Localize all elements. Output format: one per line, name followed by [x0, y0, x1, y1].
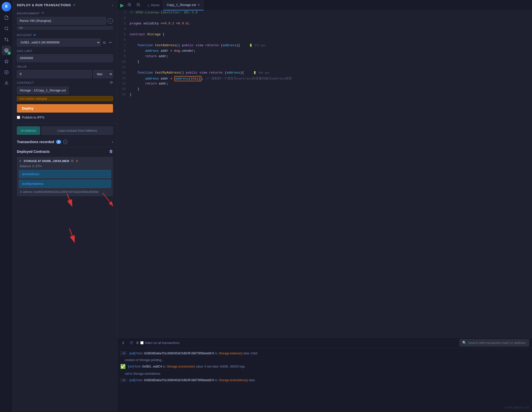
copy-account-btn[interactable]: ⧉ [102, 40, 107, 46]
svg-point-2 [7, 40, 8, 41]
svg-line-8 [130, 5, 131, 6]
refresh-contract-btn[interactable]: ⟳ [110, 80, 113, 85]
value-section-label: VALUE [13, 63, 117, 69]
console-search-input[interactable] [468, 341, 526, 345]
instance-chevron-icon[interactable]: ▼ [19, 160, 22, 163]
plugin-icon[interactable] [2, 57, 11, 66]
value-row: Wei [13, 69, 117, 79]
svg-point-0 [5, 27, 8, 30]
git-icon[interactable] [2, 35, 11, 44]
log-content: [call] from: 0x5B38Da6a701c568545dCfcB03… [129, 351, 257, 356]
contract-instance-header: ▼ STORAGE AT 0XD8B...33FA8 (MEM ⧉ ✕ [19, 159, 111, 163]
unit-select[interactable]: Wei [93, 70, 113, 78]
run-button[interactable]: ▶ [120, 2, 124, 8]
account-add-icon[interactable]: ⊕ [34, 33, 36, 37]
publish-checkbox[interactable] [17, 116, 20, 119]
panel-header: DEPLOY & RUN TRANSACTIONS ✓ › [13, 0, 117, 10]
code-line-15: 15 } [117, 87, 532, 92]
log-entry: call [call] from: 0x5B38Da6a701c568545dC… [117, 350, 532, 357]
code-line-11: 11 [117, 65, 532, 71]
contract-select[interactable]: Storage - 1/Copy_1_Storage.sol [17, 86, 69, 94]
console-search-container: 🔍 [459, 339, 529, 346]
console-clock-btn[interactable]: ⏱ [128, 340, 135, 345]
main-area: ▶ ⌂ Home Copy_1_Storage.sol ✕ 1 // SPDX-… [117, 0, 532, 412]
code-line-1: 1 // SPDX-License-Identifier: GPL-3.0 [117, 10, 532, 16]
debug-icon[interactable] [2, 68, 11, 77]
edit-account-btn[interactable]: ✏ [108, 40, 113, 45]
log-entry: creation of Storage pending... [117, 357, 532, 363]
log-badge-call2: call [120, 378, 127, 382]
load-contract-button[interactable]: Load contract from Address [41, 126, 113, 135]
environment-label: ENVIRONMENT [13, 10, 117, 16]
zoom-in-button[interactable] [126, 2, 133, 9]
transactions-info-icon[interactable]: i [63, 140, 68, 144]
search-icon[interactable] [2, 24, 11, 33]
console-listen-label: listen on all transactions [140, 341, 180, 345]
test-address-button[interactable]: testAddress [19, 170, 111, 178]
tab-close-icon[interactable]: ✕ [197, 3, 200, 7]
top-bar: ▶ ⌂ Home Copy_1_Storage.sol ✕ [117, 0, 532, 10]
transactions-count: 2 [56, 140, 61, 144]
log-entry: call to Storage.testAddress [117, 371, 532, 377]
svg-marker-5 [4, 60, 8, 63]
copy-instance-icon[interactable]: ⧉ [71, 159, 74, 163]
deploy-icon[interactable]: ✓ [2, 46, 11, 55]
balance-row: Balance: 0. ETH [19, 165, 111, 168]
result-row: 0: address: 0xd8b934580fcE35a11B58C6D73a… [19, 189, 111, 194]
gas-limit-input[interactable] [17, 54, 113, 62]
console-toolbar: ⇕ ⏱ 0 listen on all transactions 🔍 [117, 338, 532, 348]
account-row: 0x5B3...eddC4 (99.99999999 ⧉ ✏ [13, 38, 117, 47]
svg-line-1 [7, 29, 8, 30]
result-arrow [100, 193, 115, 208]
close-instance-icon[interactable]: ✕ [76, 159, 78, 163]
deployed-contracts-label: Deployed Contracts [17, 150, 50, 154]
evm-badge: evm version: shanghai [17, 96, 113, 101]
code-line-14: 14 return addr; [117, 82, 532, 87]
trash-icon[interactable]: 🗑 [109, 149, 113, 154]
gas-limit-label: GAS LIMIT [13, 47, 117, 53]
logo-icon[interactable]: R [2, 2, 11, 11]
log-pending: creation of Storage pending... [125, 358, 164, 362]
transactions-chevron[interactable]: › [112, 140, 113, 144]
files-icon[interactable] [2, 13, 11, 22]
code-line-3: 3 pragma solidity >=0.8.2 <0.9.0; [117, 21, 532, 27]
value-input[interactable] [17, 70, 92, 78]
user-icon[interactable] [2, 79, 11, 88]
environment-plugin-icon [41, 12, 44, 15]
gas-limit-row [13, 53, 117, 63]
test-my-address-button[interactable]: testMyAddress [19, 180, 111, 188]
file-tab-label: Copy_1_Storage.sol [167, 3, 196, 7]
log-success-icon: ✅ [120, 364, 126, 369]
environment-row: Remix VM (Shanghai) i [13, 16, 117, 26]
listen-checkbox[interactable] [140, 341, 144, 344]
panel-title: DEPLOY & RUN TRANSACTIONS [17, 3, 71, 7]
at-address-button[interactable]: At Address [17, 126, 40, 135]
at-address-row: At Address Load contract from Address [13, 124, 117, 137]
collapse-icon[interactable]: › [112, 3, 113, 7]
tab-home[interactable]: ⌂ Home [144, 0, 163, 10]
result-value: 0: address: 0xd8b934580fcE35a11B58C6D73a… [20, 190, 98, 193]
code-line-5: 5 contract Storage { [117, 32, 532, 38]
account-select[interactable]: 0x5B3...eddC4 (99.99999999 [17, 39, 101, 46]
code-line-4: 4 [117, 27, 532, 32]
code-line-9: 9 return addr; [117, 54, 532, 60]
deploy-panel: DEPLOY & RUN TRANSACTIONS ✓ › ENVIRONMEN… [13, 0, 117, 412]
contract-section: CONTRACT ⟳ [13, 79, 117, 86]
check-icon: ✓ [73, 3, 76, 7]
deploy-button[interactable]: Deploy [17, 104, 113, 113]
environment-info-btn[interactable]: i [108, 18, 113, 24]
publish-label: Publish to IPFS [22, 116, 44, 119]
home-tab-label: Home [151, 3, 159, 7]
code-line-2: 2 [117, 16, 532, 21]
code-line-6: 6 [117, 38, 532, 43]
contract-instance: ▼ STORAGE AT 0XD8B...33FA8 (MEM ⧉ ✕ Bala… [17, 157, 113, 196]
console-expand-btn[interactable]: ⇕ [120, 340, 126, 345]
log-content: [vm] from: 0x5B3...eddC4 to: Storage.(co… [128, 364, 245, 369]
zoom-out-button[interactable] [135, 2, 142, 9]
tab-file[interactable]: Copy_1_Storage.sol ✕ [163, 0, 204, 10]
environment-select[interactable]: Remix VM (Shanghai) [17, 17, 106, 25]
console-search-icon: 🔍 [462, 341, 466, 345]
console-log: call [call] from: 0x5B38Da6a701c568545dC… [117, 348, 532, 412]
code-line-8: 8 address addr = msg.sender; [117, 49, 532, 54]
console-area: ⇕ ⏱ 0 listen on all transactions 🔍 call … [117, 337, 532, 412]
